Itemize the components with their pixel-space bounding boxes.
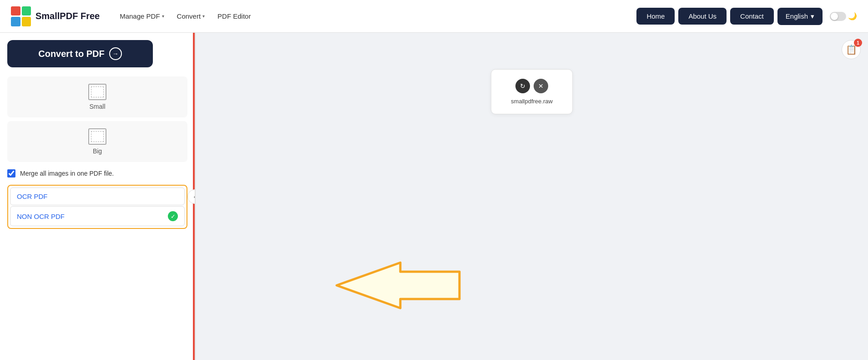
size-big-label: Big <box>93 147 102 155</box>
logo-cell-yellow <box>22 17 31 26</box>
notification-count: 1 <box>854 39 862 47</box>
convert-to-pdf-button[interactable]: Convert to PDF → <box>7 40 153 67</box>
logo-cell-red <box>11 6 20 16</box>
header-actions: Home About Us Contact English ▾ 🌙 <box>636 8 857 25</box>
content-area: ↻ ✕ smallpdfree.raw 📋 1 <box>196 33 868 360</box>
small-size-icon <box>88 84 106 100</box>
logo-cell-blue <box>11 17 20 26</box>
arrow-svg <box>332 258 469 313</box>
file-close-button[interactable]: ✕ <box>534 79 548 93</box>
logo-area: SmallPDF Free <box>11 6 100 26</box>
non-ocr-selected-icon: ✓ <box>168 211 178 221</box>
nav-pdf-editor-label: PDF Editor <box>217 12 251 20</box>
theme-toggle[interactable]: 🌙 <box>830 12 857 21</box>
header: SmallPDF Free Manage PDF ▾ Convert ▾ PDF… <box>0 0 868 33</box>
ocr-section: OCR PDF NON OCR PDF ✓ <box>7 185 187 229</box>
size-option-big[interactable]: Big <box>7 121 187 162</box>
file-card-actions: ↻ ✕ <box>515 79 548 93</box>
language-label: English <box>786 12 808 20</box>
nav-manage-pdf[interactable]: Manage PDF ▾ <box>114 9 169 24</box>
merge-checkbox[interactable] <box>7 169 15 177</box>
ocr-pdf-option[interactable]: OCR PDF <box>10 188 185 205</box>
size-small-label: Small <box>89 103 105 110</box>
main-layout: Convert to PDF → Small Big Merge all ima… <box>0 33 868 360</box>
logo-text: SmallPDF Free <box>35 11 100 21</box>
about-button[interactable]: About Us <box>678 8 727 25</box>
notification-badge[interactable]: 📋 1 <box>842 40 861 59</box>
manage-pdf-dropdown-icon: ▾ <box>162 14 164 19</box>
file-name: smallpdfree.raw <box>511 98 553 105</box>
file-refresh-button[interactable]: ↻ <box>515 79 530 93</box>
language-dropdown-icon: ▾ <box>811 12 814 20</box>
non-ocr-pdf-label: NON OCR PDF <box>17 213 65 220</box>
main-nav: Manage PDF ▾ Convert ▾ PDF Editor <box>114 9 636 24</box>
convert-btn-label: Convert to PDF <box>38 49 105 59</box>
toggle-track[interactable] <box>830 12 846 21</box>
big-size-icon <box>88 128 106 145</box>
home-button[interactable]: Home <box>636 8 675 25</box>
non-ocr-pdf-option[interactable]: NON OCR PDF ✓ <box>10 206 185 226</box>
merge-label: Merge all images in one PDF file. <box>20 170 114 177</box>
toggle-dot <box>831 13 838 20</box>
size-option-small[interactable]: Small <box>7 76 187 117</box>
file-card: ↻ ✕ smallpdfree.raw <box>491 69 573 114</box>
arrow-annotation <box>332 258 469 314</box>
moon-icon: 🌙 <box>848 12 857 20</box>
convert-dropdown-icon: ▾ <box>202 14 205 19</box>
logo-icon <box>11 6 31 26</box>
ocr-pdf-label: OCR PDF <box>17 193 48 200</box>
nav-manage-pdf-label: Manage PDF <box>120 12 160 20</box>
language-button[interactable]: English ▾ <box>777 8 823 25</box>
nav-convert[interactable]: Convert ▾ <box>172 9 211 24</box>
nav-pdf-editor[interactable]: PDF Editor <box>212 9 256 24</box>
sidebar: Convert to PDF → Small Big Merge all ima… <box>0 33 196 360</box>
contact-button[interactable]: Contact <box>730 8 774 25</box>
notification-icon[interactable]: 📋 1 <box>842 40 861 59</box>
logo-cell-green <box>22 6 31 16</box>
sidebar-collapse-button[interactable]: ‹ <box>187 189 196 204</box>
merge-row: Merge all images in one PDF file. <box>7 169 187 177</box>
svg-marker-0 <box>337 263 459 308</box>
convert-btn-arrow-icon: → <box>109 47 122 60</box>
nav-convert-label: Convert <box>177 12 201 20</box>
